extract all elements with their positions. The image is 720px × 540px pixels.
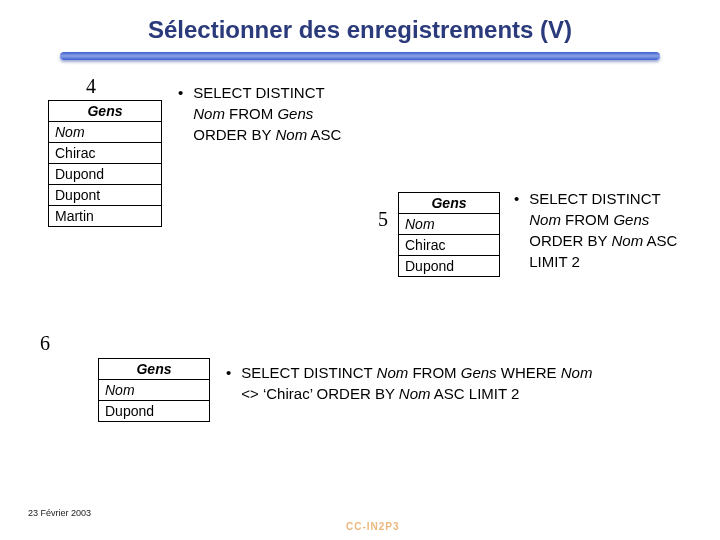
- badge-4: 4: [86, 75, 96, 98]
- query-6-text: SELECT DISTINCT Nom FROM Gens WHERE Nom …: [241, 362, 592, 404]
- table-4-name: Gens: [49, 101, 161, 121]
- table-row: Martin: [49, 206, 161, 226]
- table-6-name: Gens: [99, 359, 209, 379]
- footer-logo: CC-IN2P3: [346, 521, 400, 532]
- query-4: • SELECT DISTINCT Nom FROM Gens ORDER BY…: [178, 82, 341, 145]
- table-6: Gens Nom Dupond: [98, 358, 210, 422]
- table-row: Chirac: [49, 143, 161, 164]
- table-row: Chirac: [399, 235, 499, 256]
- footer-date: 23 Février 2003: [28, 508, 91, 518]
- table-row: Dupond: [99, 401, 209, 421]
- query-4-text: SELECT DISTINCT Nom FROM Gens ORDER BY N…: [193, 82, 341, 145]
- query-5-text: SELECT DISTINCT Nom FROM Gens ORDER BY N…: [529, 188, 677, 272]
- badge-5: 5: [378, 208, 388, 231]
- table-5-col: Nom: [399, 213, 499, 235]
- table-6-col: Nom: [99, 379, 209, 401]
- query-5: • SELECT DISTINCT Nom FROM Gens ORDER BY…: [514, 188, 677, 272]
- badge-6: 6: [40, 332, 50, 355]
- table-5-name: Gens: [399, 193, 499, 213]
- title-rule: [60, 52, 660, 60]
- bullet-icon: •: [514, 188, 519, 209]
- page-title: Sélectionner des enregistrements (V): [0, 16, 720, 44]
- table-5: Gens Nom Chirac Dupond: [398, 192, 500, 277]
- table-row: Dupond: [399, 256, 499, 276]
- table-4: Gens Nom Chirac Dupond Dupont Martin: [48, 100, 162, 227]
- table-row: Dupond: [49, 164, 161, 185]
- slide: Sélectionner des enregistrements (V) 4 G…: [0, 0, 720, 540]
- table-4-col: Nom: [49, 121, 161, 143]
- table-row: Dupont: [49, 185, 161, 206]
- query-6: • SELECT DISTINCT Nom FROM Gens WHERE No…: [226, 362, 686, 404]
- bullet-icon: •: [226, 362, 231, 383]
- bullet-icon: •: [178, 82, 183, 103]
